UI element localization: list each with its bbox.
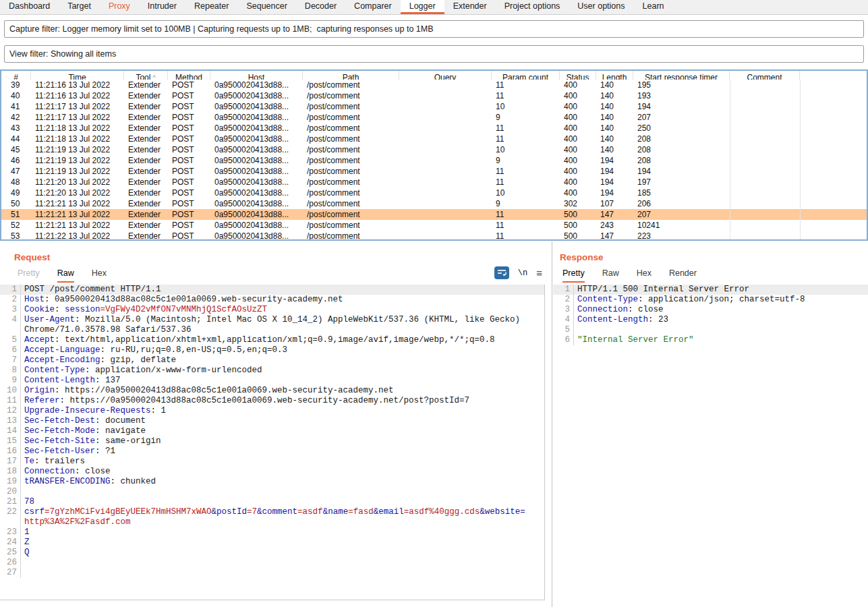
nav-tab-proxy[interactable]: Proxy bbox=[100, 0, 139, 14]
request-code-line: 6Accept-Language: ru-RU,ru;q=0.8,en-US;q… bbox=[0, 345, 544, 355]
cell-method: POST bbox=[168, 156, 210, 165]
cell-start-response-timer: 185 bbox=[633, 188, 730, 198]
cell-status: 400 bbox=[560, 134, 596, 144]
request-tab-bar: PrettyRawHex bbox=[18, 268, 107, 283]
nav-tab-dashboard[interactable]: Dashboard bbox=[0, 0, 59, 14]
cell--: 47 bbox=[1, 167, 31, 176]
cell-param-count: 9 bbox=[492, 156, 560, 165]
log-row[interactable]: 4311:21:18 13 Jul 2022ExtenderPOST0a9500… bbox=[1, 123, 867, 134]
nav-tab-extender[interactable]: Extender bbox=[444, 0, 496, 14]
nav-tab-decoder[interactable]: Decoder bbox=[296, 0, 345, 14]
cell-status: 400 bbox=[560, 188, 596, 198]
log-row[interactable]: 5111:21:21 13 Jul 2022ExtenderPOST0a9500… bbox=[1, 209, 867, 220]
log-row[interactable]: 3911:21:16 13 Jul 2022ExtenderPOST0a9500… bbox=[1, 80, 867, 90]
response-tab-render[interactable]: Render bbox=[669, 268, 697, 283]
cell-host: 0a9500020413d88... bbox=[210, 80, 303, 90]
nav-tab-comparer[interactable]: Comparer bbox=[345, 0, 401, 14]
cell-status: 400 bbox=[560, 80, 596, 90]
line-number: 16 bbox=[0, 446, 20, 457]
cell-method: POST bbox=[168, 231, 210, 241]
line-number: 9 bbox=[0, 376, 20, 386]
cell-tool: Extender bbox=[124, 177, 168, 187]
line-number: 18 bbox=[0, 467, 20, 477]
request-code-line: 2Host: 0a9500020413d88ac08c5c1e001a0069.… bbox=[0, 295, 544, 305]
cell-method: POST bbox=[168, 177, 210, 187]
cell-time: 11:21:22 13 Jul 2022 bbox=[31, 231, 124, 241]
newline-toggle[interactable]: \n bbox=[518, 268, 527, 278]
cell-length: 140 bbox=[596, 113, 633, 122]
cell-host: 0a9500020413d88... bbox=[210, 91, 303, 100]
log-row[interactable]: 4011:21:16 13 Jul 2022ExtenderPOST0a9500… bbox=[1, 90, 867, 101]
cell-method: POST bbox=[168, 199, 210, 208]
request-code-line: 22csrf=7gYzhMCiFvi4gBEyUEEk7HmHSHM7xWAO&… bbox=[0, 507, 544, 517]
line-content bbox=[20, 487, 544, 497]
response-tab-raw[interactable]: Raw bbox=[602, 268, 619, 283]
request-code-line: 15Sec-Fetch-Site: same-origin bbox=[0, 436, 544, 446]
log-row[interactable]: 4211:21:17 13 Jul 2022ExtenderPOST0a9500… bbox=[1, 112, 867, 123]
cell-host: 0a9500020413d88... bbox=[210, 231, 303, 241]
cell-time: 11:21:17 13 Jul 2022 bbox=[31, 102, 124, 111]
log-row[interactable]: 5311:21:22 13 Jul 2022ExtenderPOST0a9500… bbox=[1, 231, 867, 241]
cell--: 51 bbox=[1, 210, 31, 219]
request-code-line: 19tRANSFER-ENCODING: chunked bbox=[0, 477, 544, 487]
cell-method: POST bbox=[168, 145, 210, 154]
line-number bbox=[0, 517, 20, 527]
cell-start-response-timer: 194 bbox=[633, 167, 730, 176]
log-row[interactable]: 4111:21:17 13 Jul 2022ExtenderPOST0a9500… bbox=[1, 101, 867, 112]
request-tab-pretty[interactable]: Pretty bbox=[18, 268, 40, 283]
response-code-line: 1HTTP/1.1 500 Internal Server Error bbox=[553, 285, 868, 295]
request-code-line: 231 bbox=[0, 527, 544, 538]
cell-length: 194 bbox=[596, 167, 633, 176]
request-code-line: http%3A%2F%2Fasdf.com bbox=[0, 517, 544, 527]
log-row[interactable]: 5211:21:21 13 Jul 2022ExtenderPOST0a9500… bbox=[1, 220, 867, 231]
cell-time: 11:21:21 13 Jul 2022 bbox=[31, 199, 124, 208]
line-number: 8 bbox=[0, 366, 20, 376]
nav-tab-target[interactable]: Target bbox=[59, 0, 100, 14]
soft-wrap-icon[interactable] bbox=[494, 266, 509, 279]
line-content: 1 bbox=[20, 527, 544, 538]
line-content: Connection: close bbox=[20, 467, 544, 477]
request-tab-hex[interactable]: Hex bbox=[92, 268, 107, 283]
pane-splitter[interactable] bbox=[552, 241, 552, 607]
cell-status: 302 bbox=[560, 199, 596, 208]
response-tab-hex[interactable]: Hex bbox=[637, 268, 652, 283]
cell-status: 400 bbox=[560, 91, 596, 100]
log-row[interactable]: 5011:21:21 13 Jul 2022ExtenderPOST0a9500… bbox=[1, 198, 867, 209]
line-content: Te: trailers bbox=[20, 457, 544, 467]
cell-tool: Extender bbox=[124, 156, 168, 165]
line-number: 10 bbox=[0, 386, 20, 396]
cell-path: /post/comment bbox=[303, 80, 399, 90]
log-row[interactable]: 4811:21:20 13 Jul 2022ExtenderPOST0a9500… bbox=[1, 177, 867, 187]
line-number: 23 bbox=[0, 527, 20, 538]
editor-menu-icon[interactable]: ≡ bbox=[536, 268, 542, 278]
line-content: Accept-Language: ru-RU,ru;q=0.8,en-US;q=… bbox=[20, 345, 544, 355]
line-number: 24 bbox=[0, 538, 20, 548]
nav-tab-learn[interactable]: Learn bbox=[634, 0, 673, 14]
cell-length: 140 bbox=[596, 134, 633, 144]
cell-path: /post/comment bbox=[303, 177, 399, 187]
cell-time: 11:21:19 13 Jul 2022 bbox=[31, 145, 124, 154]
log-row[interactable]: 4911:21:20 13 Jul 2022ExtenderPOST0a9500… bbox=[1, 187, 867, 198]
nav-tab-project-options[interactable]: Project options bbox=[496, 0, 569, 14]
request-code-line: 20 bbox=[0, 487, 544, 497]
line-number: 19 bbox=[0, 477, 20, 487]
request-editor[interactable]: 1POST /post/comment HTTP/1.12Host: 0a950… bbox=[0, 285, 545, 600]
log-row[interactable]: 4611:21:19 13 Jul 2022ExtenderPOST0a9500… bbox=[1, 155, 867, 166]
capture-filter-bar[interactable]: Capture filter: Logger memory limit set … bbox=[4, 20, 864, 38]
nav-tab-repeater[interactable]: Repeater bbox=[185, 0, 237, 14]
nav-tab-logger[interactable]: Logger bbox=[401, 0, 444, 14]
cell-time: 11:21:17 13 Jul 2022 bbox=[31, 113, 124, 122]
request-tab-raw[interactable]: Raw bbox=[57, 268, 74, 283]
nav-tab-sequencer[interactable]: Sequencer bbox=[237, 0, 295, 14]
response-editor[interactable]: 1HTTP/1.1 500 Internal Server Error2Cont… bbox=[553, 285, 868, 600]
cell-time: 11:21:16 13 Jul 2022 bbox=[31, 91, 124, 100]
log-row[interactable]: 4511:21:19 13 Jul 2022ExtenderPOST0a9500… bbox=[1, 144, 867, 155]
cell-host: 0a9500020413d88... bbox=[210, 156, 303, 165]
view-filter-bar[interactable]: View filter: Showing all items bbox=[4, 45, 864, 63]
line-number: 1 bbox=[553, 285, 573, 295]
response-tab-pretty[interactable]: Pretty bbox=[562, 268, 585, 283]
log-row[interactable]: 4711:21:19 13 Jul 2022ExtenderPOST0a9500… bbox=[1, 166, 867, 177]
nav-tab-intruder[interactable]: Intruder bbox=[139, 0, 185, 14]
log-row[interactable]: 4411:21:18 13 Jul 2022ExtenderPOST0a9500… bbox=[1, 134, 867, 144]
nav-tab-user-options[interactable]: User options bbox=[569, 0, 633, 14]
